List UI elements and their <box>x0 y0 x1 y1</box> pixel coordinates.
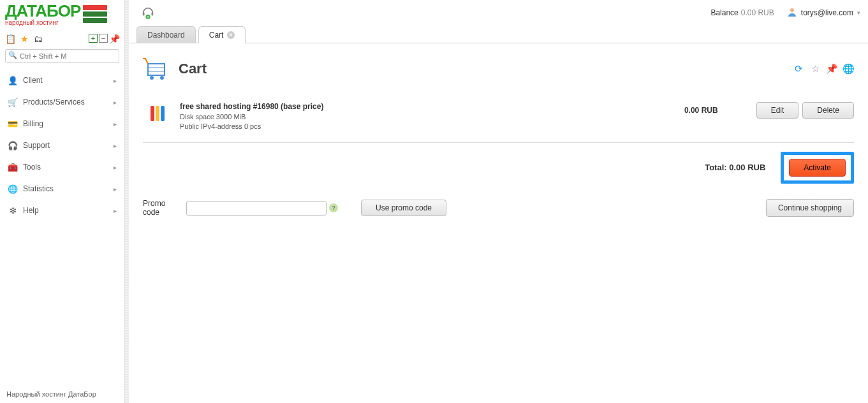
item-price: 0.00 RUB <box>635 102 737 119</box>
logo[interactable]: ДАТАБОР народный хостинг <box>0 0 124 31</box>
item-line2: Public IPv4-address 0 pcs <box>180 122 635 131</box>
nav-label: Client <box>23 76 108 85</box>
search-input[interactable] <box>5 49 119 63</box>
svg-point-8 <box>150 76 154 80</box>
nav-label: Statistics <box>23 184 108 193</box>
nav-tools[interactable]: 🧰 Tools ▸ <box>0 156 124 178</box>
promo-input[interactable] <box>186 201 327 216</box>
chevron-right-icon: ▸ <box>114 99 117 106</box>
delete-button[interactable]: Delete <box>802 102 854 119</box>
svg-rect-11 <box>156 106 159 121</box>
continue-shopping-button[interactable]: Continue shopping <box>766 199 854 217</box>
nav-label: Billing <box>23 119 108 128</box>
tab-cart[interactable]: Cart ✕ <box>198 26 246 43</box>
total-label: Total: 0.00 RUB <box>143 163 781 172</box>
globe-icon[interactable]: 🌐 <box>842 63 854 75</box>
globe-icon: 🌐 <box>8 184 18 194</box>
item-line1: Disk space 3000 MiB <box>180 112 635 122</box>
help-icon: ❇ <box>8 205 18 216</box>
expand-icon[interactable]: + <box>89 34 98 43</box>
star-icon[interactable]: ☆ <box>809 63 821 75</box>
page-content: Cart ⟳ ☆ 📌 🌐 free shared ho <box>129 43 868 238</box>
nav-products[interactable]: 🛒 Products/Services ▸ <box>0 91 124 113</box>
page-header: Cart ⟳ ☆ 📌 🌐 <box>143 55 854 83</box>
sidebar: ДАТАБОР народный хостинг 📋 ★ 🗂 + − 📌 <box>0 0 125 403</box>
svg-rect-0 <box>143 12 145 16</box>
chevron-right-icon: ▸ <box>114 121 117 128</box>
svg-rect-12 <box>161 106 165 121</box>
tabs: Dashboard Cart ✕ <box>129 26 868 43</box>
cart-item: free shared hosting #16980 (base price) … <box>143 97 854 143</box>
clipboard-icon[interactable]: 🗂 <box>33 34 43 44</box>
logo-bars-icon <box>83 5 107 24</box>
item-details: free shared hosting #16980 (base price) … <box>180 102 635 132</box>
chevron-down-icon: ▾ <box>857 10 860 16</box>
svg-rect-10 <box>151 106 154 121</box>
billing-icon: 💳 <box>8 119 18 129</box>
tab-label: Cart <box>209 31 224 40</box>
svg-rect-5 <box>148 64 165 75</box>
promo-label: Promo code <box>143 199 179 217</box>
help-icon[interactable]: ? <box>329 203 338 212</box>
user-menu[interactable]: torys@live.com ▾ <box>787 7 860 19</box>
balance-label: Balance <box>710 8 738 17</box>
sidebar-footer[interactable]: Народный хостинг ДатаБор <box>6 390 96 398</box>
pin-icon[interactable]: 📌 <box>109 34 119 44</box>
user-email: torys@live.com <box>801 8 853 17</box>
headset-icon: 🎧 <box>8 140 18 150</box>
promo-row: Promo code ? Use promo code Continue sho… <box>143 190 854 226</box>
refresh-icon[interactable]: ⟳ <box>793 63 804 75</box>
chevron-right-icon: ▸ <box>114 186 117 193</box>
chevron-right-icon: ▸ <box>114 142 117 149</box>
item-name: free shared hosting #16980 (base price) <box>180 102 635 111</box>
pin-icon[interactable]: 📌 <box>826 63 837 75</box>
page-title: Cart <box>179 61 207 77</box>
nav-billing[interactable]: 💳 Billing ▸ <box>0 113 124 135</box>
cart-icon: 🛒 <box>8 97 18 107</box>
cart-page-icon <box>143 55 171 83</box>
favorites-icon[interactable]: ★ <box>19 34 29 44</box>
sidebar-toolbar: 📋 ★ 🗂 + − 📌 <box>0 31 124 47</box>
svg-point-9 <box>160 76 164 80</box>
collapse-icon[interactable]: − <box>99 34 108 43</box>
nav-label: Support <box>23 141 108 150</box>
avatar-icon <box>787 7 797 19</box>
header: 0 Balance 0.00 RUB torys@live.com ▾ <box>129 0 868 26</box>
nav-support[interactable]: 🎧 Support ▸ <box>0 135 124 156</box>
tab-label: Dashboard <box>147 31 185 40</box>
tools-icon: 🧰 <box>8 162 18 172</box>
total-row: Total: 0.00 RUB Activate <box>143 143 854 190</box>
nav-statistics[interactable]: 🌐 Statistics ▸ <box>0 178 124 200</box>
chevron-right-icon: ▸ <box>114 207 117 214</box>
use-promo-button[interactable]: Use promo code <box>361 200 446 216</box>
close-icon[interactable]: ✕ <box>227 31 235 39</box>
product-icon <box>148 102 171 125</box>
activate-highlight: Activate <box>781 152 854 184</box>
svg-text:0: 0 <box>147 15 149 19</box>
main-area: 0 Balance 0.00 RUB torys@live.com ▾ Dash… <box>129 0 868 403</box>
edit-button[interactable]: Edit <box>756 102 799 119</box>
item-buttons: Edit Delete <box>737 102 854 119</box>
svg-rect-1 <box>152 12 154 16</box>
tab-dashboard[interactable]: Dashboard <box>136 26 196 43</box>
logo-text: ДАТАБОР <box>5 3 80 19</box>
nav-label: Help <box>23 206 108 215</box>
balance-value: 0.00 RUB <box>741 8 774 17</box>
page-actions: ⟳ ☆ 📌 🌐 <box>793 63 854 75</box>
activate-button[interactable]: Activate <box>789 159 846 177</box>
chevron-right-icon: ▸ <box>114 77 117 84</box>
chevron-right-icon: ▸ <box>114 164 117 171</box>
notes-icon[interactable]: 📋 <box>5 34 15 44</box>
nav-help[interactable]: ❇ Help ▸ <box>0 200 124 221</box>
sidebar-search <box>5 49 119 63</box>
nav-label: Tools <box>23 163 108 172</box>
nav-client[interactable]: 👤 Client ▸ <box>0 70 124 91</box>
nav-label: Products/Services <box>23 98 108 106</box>
sidebar-nav: 👤 Client ▸ 🛒 Products/Services ▸ 💳 Billi… <box>0 66 124 403</box>
support-status-icon[interactable]: 0 <box>140 5 156 20</box>
user-icon: 👤 <box>8 75 18 85</box>
svg-point-4 <box>790 8 794 12</box>
